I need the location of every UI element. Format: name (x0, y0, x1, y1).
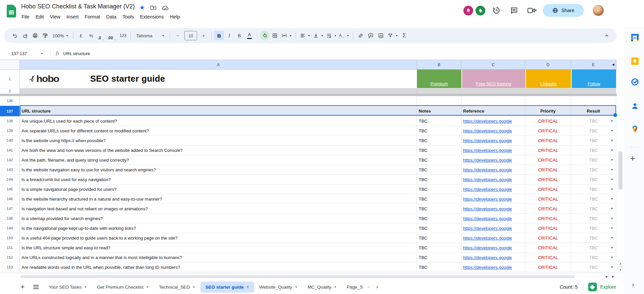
row-number[interactable]: 146 (0, 194, 20, 204)
format-percent-button[interactable]: % (86, 31, 96, 40)
explore-button[interactable]: Explore (588, 283, 616, 291)
row-number[interactable]: 150 (0, 233, 20, 243)
reference-cell[interactable]: https://developers.google (461, 184, 525, 194)
notes-header-cell[interactable]: Notes (417, 106, 461, 116)
google-sheets-logo-icon[interactable] (7, 5, 16, 17)
formula-input[interactable]: URL structure (63, 51, 90, 56)
reference-cell[interactable]: https://developers.google (461, 136, 525, 145)
section-title-cell[interactable]: URL structure (20, 106, 417, 116)
cell[interactable] (20, 96, 417, 106)
row-number[interactable]: 141 (0, 145, 20, 155)
google-calendar-icon[interactable]: 31 (630, 33, 639, 42)
text-color-button[interactable]: A (244, 31, 254, 40)
borders-button[interactable] (270, 31, 280, 40)
banner-link[interactable]: Free SEO training (476, 81, 511, 86)
question-cell[interactable]: Are separate URLs used for different con… (20, 126, 417, 136)
print-button[interactable] (30, 31, 40, 40)
reference-cell[interactable]: https://developers.google (461, 204, 525, 214)
tab-menu-arrow-icon[interactable]: ▼ (247, 286, 249, 289)
increase-decimal-button[interactable]: .00→ (106, 31, 118, 40)
insert-link-button[interactable] (356, 31, 366, 40)
select-all-corner[interactable] (0, 60, 20, 69)
column-header-a[interactable]: A (20, 60, 417, 69)
reference-link[interactable]: https://developers.google (463, 216, 512, 221)
row-number[interactable]: 147 (0, 204, 20, 214)
redo-button[interactable] (20, 31, 30, 40)
star-icon[interactable]: ★ (139, 4, 145, 11)
dropdown-arrow-icon[interactable]: ▼ (610, 265, 613, 269)
google-keep-icon[interactable] (630, 56, 639, 66)
text-wrap-button[interactable]: ▼ (325, 31, 338, 40)
notes-cell[interactable]: TBC (417, 233, 461, 243)
notes-cell[interactable]: TBC (417, 194, 461, 204)
strikethrough-button[interactable]: S (234, 31, 244, 40)
cell[interactable] (417, 88, 461, 94)
priority-cell[interactable]: CRITICAL (525, 145, 571, 155)
reference-cell[interactable]: https://developers.google (461, 262, 525, 272)
dropdown-arrow-icon[interactable]: ▼ (610, 168, 613, 171)
priority-cell[interactable]: CRITICAL (525, 253, 571, 262)
notes-cell[interactable]: TBC (417, 175, 461, 184)
cell[interactable] (571, 96, 616, 106)
question-cell[interactable]: Are readable words used in the URL when … (20, 262, 417, 272)
vertical-align-button[interactable]: ▼ (312, 31, 325, 40)
question-cell[interactable]: Is the navigational page kept up-to-date… (20, 223, 417, 233)
question-cell[interactable]: Are both the www and non-www versions of… (20, 145, 417, 155)
collapse-toolbar-icon[interactable] (602, 31, 611, 40)
insert-comment-button[interactable] (366, 31, 376, 40)
row-number[interactable]: 2 (0, 88, 20, 94)
column-header-c[interactable]: C (461, 60, 525, 69)
reference-cell[interactable]: https://developers.google (461, 253, 525, 262)
priority-header-cell[interactable]: Priority (525, 106, 571, 116)
reference-cell[interactable]: https://developers.google (461, 165, 525, 175)
reference-link[interactable]: https://developers.google (463, 245, 512, 250)
reference-cell[interactable]: https://developers.google (461, 194, 525, 204)
result-cell[interactable]: TBC▼ (571, 194, 616, 204)
name-box-dropdown-icon[interactable]: ▼ (41, 52, 47, 55)
hidden-columns-arrow-icon[interactable]: ◀ (612, 63, 614, 66)
reference-link[interactable]: https://developers.google (463, 148, 512, 153)
cell[interactable] (461, 96, 525, 106)
banner-link-cell[interactable]: Premium (417, 70, 461, 88)
notes-cell[interactable]: TBC (417, 155, 461, 165)
priority-cell[interactable]: CRITICAL (525, 116, 571, 126)
banner-cell[interactable]: hobo SEO starter guide (20, 70, 417, 88)
font-size-input[interactable]: 10 (184, 31, 197, 40)
menu-item[interactable]: Extensions (137, 13, 167, 20)
fill-color-button[interactable] (260, 31, 270, 40)
row-number[interactable]: 143 (0, 165, 20, 175)
format-currency-button[interactable]: £ (76, 31, 86, 40)
scroll-up-button[interactable]: ▲ (618, 260, 623, 267)
dropdown-arrow-icon[interactable]: ▼ (610, 256, 613, 259)
undo-button[interactable] (10, 31, 20, 40)
decrease-font-size-button[interactable]: − (173, 31, 183, 40)
sheet-tab[interactable]: Your SEO Tasks▼ (44, 282, 92, 293)
result-cell[interactable]: TBC▼ (571, 136, 616, 145)
share-button[interactable]: Share (543, 4, 584, 17)
tab-menu-arrow-icon[interactable]: ▼ (334, 286, 337, 289)
reference-cell[interactable]: https://developers.google (461, 243, 525, 253)
question-cell[interactable]: Is a breadcrumb list used for easy navig… (20, 175, 417, 184)
result-cell[interactable]: TBC▼ (571, 184, 616, 194)
row-number[interactable]: 136 (0, 96, 20, 106)
sheet-tab[interactable]: Technical_SEO▼ (154, 282, 200, 293)
row-number[interactable]: 144 (0, 175, 20, 184)
result-cell[interactable]: TBC▼ (571, 126, 616, 136)
scroll-down-button[interactable]: ▼ (618, 267, 623, 273)
tab-menu-arrow-icon[interactable]: ▼ (295, 286, 298, 289)
cloud-status-icon[interactable] (162, 5, 169, 11)
google-tasks-icon[interactable] (630, 77, 639, 86)
reference-cell[interactable]: https://developers.google (461, 223, 525, 233)
notes-cell[interactable]: TBC (417, 116, 461, 126)
italic-button[interactable]: I (224, 31, 234, 40)
paint-format-button[interactable] (40, 31, 50, 40)
question-cell[interactable]: Is the URL structure simple and easy to … (20, 243, 417, 253)
priority-cell[interactable]: CRITICAL (525, 243, 571, 253)
reference-link[interactable]: https://developers.google (463, 177, 512, 182)
dropdown-arrow-icon[interactable]: ▼ (610, 207, 613, 210)
user-avatar[interactable] (593, 5, 604, 16)
move-folder-icon[interactable] (150, 5, 157, 11)
cell[interactable] (571, 88, 616, 94)
google-maps-icon[interactable] (630, 124, 639, 133)
reference-link[interactable]: https://developers.google (463, 138, 512, 143)
